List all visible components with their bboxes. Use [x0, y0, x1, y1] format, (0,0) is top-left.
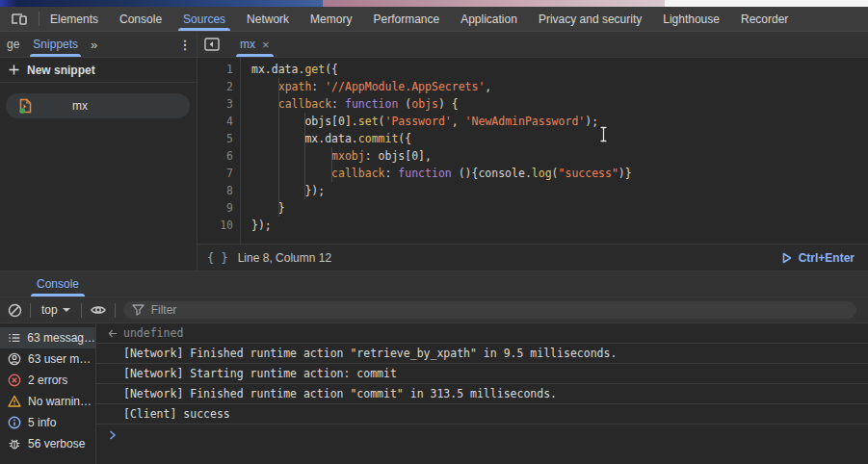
- page-strip-blue: [0, 0, 323, 7]
- code-line: 7 callback: function (){console.log("suc…: [197, 165, 868, 182]
- code-line: 3 callback: function (objs) {: [197, 95, 868, 113]
- console-panel: Console top: [0, 271, 868, 464]
- gutter-border: [240, 58, 241, 244]
- sidebar-item-messages[interactable]: 63 messag…: [0, 327, 95, 348]
- console-sidebar: 63 messag… 63 user m… 2 errors: [0, 323, 96, 464]
- context-label: top: [41, 303, 58, 317]
- error-icon: [8, 374, 21, 387]
- editor-tab-mx[interactable]: mx ×: [230, 32, 279, 57]
- toolbar-divider: [81, 303, 82, 318]
- console-prompt[interactable]: [96, 425, 868, 446]
- sources-body: New snippet mx 1mx.data.get({2 xpath: '/…: [0, 58, 868, 271]
- code-editor[interactable]: 1mx.data.get({2 xpath: '//AppModule.AppS…: [197, 58, 868, 244]
- chevron-down-icon: [63, 308, 70, 312]
- line-number[interactable]: 7: [197, 165, 233, 182]
- pretty-print-icon[interactable]: { }: [207, 251, 228, 265]
- devtools-tab-sources[interactable]: Sources: [172, 7, 236, 31]
- console-message: [Network] Finished runtime action "retri…: [96, 344, 868, 364]
- code-lines: 1mx.data.get({2 xpath: '//AppModule.AppS…: [197, 58, 868, 234]
- tab-snippets[interactable]: Snippets: [26, 32, 85, 57]
- run-icon: [782, 252, 792, 264]
- editor-tab-label: mx: [240, 38, 255, 51]
- run-shortcut-label: Ctrl+Enter: [799, 251, 855, 265]
- editor-status-bar: { } Line 8, Column 12 Ctrl+Enter: [197, 244, 868, 271]
- devtools-tab-recorder[interactable]: Recorder: [730, 7, 799, 31]
- sidebar-item-errors[interactable]: 2 errors: [0, 370, 95, 391]
- more-tabs-icon[interactable]: »: [85, 32, 102, 57]
- toggle-device-toolbar-button[interactable]: [0, 7, 39, 31]
- editor-pane[interactable]: 1mx.data.get({2 xpath: '//AppModule.AppS…: [197, 58, 868, 271]
- indent-guide: [331, 147, 332, 182]
- devtools-tab-application[interactable]: Application: [450, 7, 528, 31]
- clear-console-icon: [8, 303, 22, 318]
- line-number[interactable]: 6: [197, 147, 233, 165]
- devtools-tab-privacy-and-security[interactable]: Privacy and security: [528, 7, 652, 31]
- sidebar-header: ge Snippets » ⋮: [0, 32, 197, 57]
- sidebar-item-info[interactable]: 5 info: [0, 412, 95, 433]
- console-filter-box[interactable]: [123, 301, 856, 319]
- code-line: 6 mxobj: objs[0],: [197, 147, 868, 165]
- snippet-item-mx[interactable]: mx: [6, 93, 190, 118]
- devtools-main-toolbar: ElementsConsoleSourcesNetworkMemoryPerfo…: [0, 7, 868, 32]
- code-line: 10});: [197, 217, 868, 234]
- run-snippet-button[interactable]: Ctrl+Enter: [782, 251, 855, 265]
- sidebar-item-label: 63 messag…: [27, 331, 95, 345]
- devtools-tab-lighthouse[interactable]: Lighthouse: [652, 7, 730, 31]
- code-line: 5 mx.data.commit({: [197, 130, 868, 147]
- line-number[interactable]: 10: [197, 217, 233, 234]
- sidebar-item-warnings[interactable]: No warnin…: [0, 391, 95, 412]
- line-number[interactable]: 2: [197, 78, 233, 95]
- cursor-position-label: Line 8, Column 12: [238, 251, 331, 265]
- sidebar-item-verbose[interactable]: 56 verbose: [0, 433, 95, 454]
- line-number[interactable]: 4: [197, 113, 233, 130]
- editor-tabstrip: mx ×: [197, 32, 868, 57]
- console-messages: undefined[Network] Finished runtime acti…: [96, 323, 868, 464]
- toolbar-divider: [30, 303, 31, 318]
- devtools-tab-network[interactable]: Network: [236, 7, 300, 31]
- console-message: [Client] success: [96, 404, 868, 425]
- new-snippet-button[interactable]: New snippet: [0, 58, 197, 83]
- line-number[interactable]: 3: [197, 95, 233, 113]
- sidebar-item-label: 2 errors: [28, 374, 67, 387]
- plus-icon: [9, 64, 19, 75]
- indent-guide: [278, 78, 279, 217]
- devtools-tab-memory[interactable]: Memory: [300, 7, 362, 31]
- hide-navigator-button[interactable]: [197, 32, 226, 57]
- live-expression-button[interactable]: [90, 303, 107, 317]
- line-number[interactable]: 9: [197, 199, 233, 217]
- user-icon: [8, 352, 21, 366]
- filter-funnel-icon: [132, 304, 145, 316]
- sidebar-menu-icon[interactable]: ⋮: [173, 32, 197, 57]
- devtools-tab-console[interactable]: Console: [109, 7, 172, 31]
- snippet-name: mx: [72, 99, 88, 113]
- console-message: [Network] Starting runtime action: commi…: [96, 364, 868, 384]
- eye-icon: [90, 303, 107, 317]
- devtools-tabs: ElementsConsoleSourcesNetworkMemoryPerfo…: [39, 7, 799, 31]
- result-arrow-icon: [108, 329, 118, 338]
- sidebar-item-label: 5 info: [28, 416, 56, 429]
- secondary-bar: ge Snippets » ⋮ mx ×: [0, 32, 868, 58]
- close-tab-icon[interactable]: ×: [262, 38, 270, 52]
- tab-console[interactable]: Console: [27, 271, 89, 296]
- line-number[interactable]: 1: [197, 61, 233, 78]
- devtools-tab-elements[interactable]: Elements: [39, 7, 109, 31]
- line-number[interactable]: 5: [197, 130, 233, 147]
- line-number[interactable]: 8: [197, 182, 233, 199]
- new-snippet-label: New snippet: [27, 64, 95, 77]
- clear-console-button[interactable]: [8, 303, 22, 318]
- context-selector[interactable]: top: [39, 303, 73, 317]
- sidebar-item-label: 63 user m…: [28, 352, 91, 366]
- code-line: 4 objs[0].set('Password', 'NewAdminPassw…: [197, 113, 868, 130]
- tab-page-truncated[interactable]: ge: [0, 32, 26, 57]
- console-tabrow: Console: [0, 271, 868, 296]
- page-strip-pink: [323, 0, 665, 7]
- sidebar-item-user-messages[interactable]: 63 user m…: [0, 348, 95, 370]
- browser-page-strip: [0, 0, 868, 7]
- console-message: undefined: [96, 323, 868, 344]
- sidebar-item-label: 56 verbose: [28, 437, 85, 451]
- code-line: 8 });: [197, 182, 868, 199]
- code-line: 9 }: [197, 199, 868, 217]
- console-filter-input[interactable]: [151, 303, 803, 317]
- info-icon: [8, 416, 21, 429]
- devtools-tab-performance[interactable]: Performance: [362, 7, 450, 31]
